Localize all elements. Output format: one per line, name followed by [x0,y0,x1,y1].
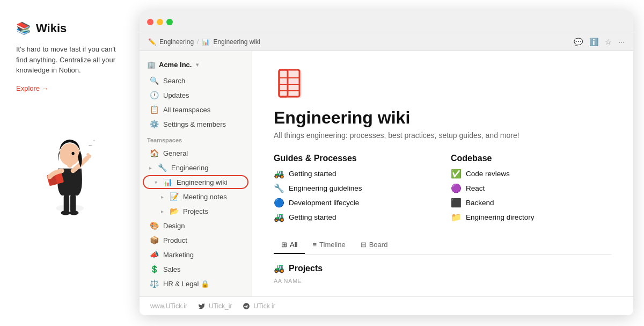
sidebar-item-projects[interactable]: ▸ 📂 Projects [142,204,250,218]
breadcrumb-item1: Engineering [159,38,194,46]
codebase-label-3: Backend [466,199,494,207]
left-panel: 📚 Wikis It's hard to move fast if you ca… [0,0,140,326]
sidebar-design-label: Design [163,222,185,230]
svg-rect-2 [70,194,76,213]
sidebar-item-settings[interactable]: ⚙️ Settings & members [142,117,250,131]
codebase-item-3[interactable]: ⬛ Backend [451,198,612,208]
guides-icon-1: 🚜 [274,169,284,179]
tab-board-label: Board [369,241,388,249]
content-columns: Guides & Processes 🚜 Getting started 🔧 E… [274,154,612,222]
page-area: Engineering wiki All things engineering:… [252,51,633,296]
general-icon: 🏠 [149,149,159,157]
codebase-item-4[interactable]: 📁 Engineering directory [451,212,612,222]
wikis-description: It's hard to move fast if you can't find… [16,44,123,76]
codebase-icon-2: 🟣 [451,183,462,193]
svg-point-12 [71,151,74,155]
codebase-icon-4: 📁 [451,212,462,222]
teamspaces-section-label: Teamspaces [140,132,252,146]
browser-dot-red [147,19,153,25]
sidebar-updates-label: Updates [163,91,189,99]
codebase-label-4: Engineering directory [466,213,535,221]
codebase-item-1[interactable]: ✅ Code reviews [451,169,612,179]
svg-point-3 [61,210,70,215]
svg-rect-1 [64,194,69,213]
sidebar-item-updates[interactable]: 🕐 Updates [142,88,250,102]
tab-timeline[interactable]: ≡ Timeline [305,236,353,254]
page-title: Engineering wiki [274,108,612,128]
codebase-item-2[interactable]: 🟣 React [451,183,612,193]
browser-dot-green [166,19,173,25]
engineering-chevron: ▸ [149,165,152,171]
projects-icon: 📂 [169,207,179,215]
sidebar-item-design[interactable]: 🎨 Design [142,219,250,233]
sales-icon: 💲 [149,265,159,273]
footer-website: www.UTick.ir [150,302,187,310]
breadcrumb-separator: / [197,38,199,46]
tab-all[interactable]: ⊞ All [274,236,305,254]
help-icon[interactable]: ℹ️ [589,38,598,46]
design-icon: 🎨 [149,221,159,230]
breadcrumb-icon2: 📊 [202,38,210,46]
sidebar-item-sales[interactable]: 💲 Sales [142,262,250,276]
tab-timeline-label: Timeline [319,241,346,249]
sidebar-product-label: Product [163,236,187,244]
guides-item-3[interactable]: 🔵 Development lifecycle [274,198,435,208]
page-icon-container [274,67,612,102]
wiki-icon: 📊 [163,178,172,186]
sidebar-workspace[interactable]: 🏢 Acme Inc. ▾ [140,56,252,73]
breadcrumb-item2: Engineering wiki [213,38,260,46]
sidebar-teamspaces-label: All teamspaces [163,106,210,114]
codebase-icon-1: ✅ [451,169,462,179]
sidebar-item-product[interactable]: 📦 Product [142,233,250,247]
tab-all-label: All [290,241,297,249]
more-icon[interactable]: ··· [618,38,625,46]
sidebar-item-engineering-wiki[interactable]: ▾ 📊 Engineering wiki [142,175,250,189]
tab-board-icon: ⊟ [361,241,367,249]
person-illustration: ~ * [35,117,105,224]
main-content: Engineering wiki All things engineering:… [252,51,633,296]
page-icon-svg [274,67,306,99]
sidebar-search-label: Search [163,77,185,85]
guides-label-4: Getting started [289,213,336,221]
sidebar-item-marketing[interactable]: 📣 Marketing [142,248,250,262]
sidebar: 🏢 Acme Inc. ▾ 🔍 Search 🕐 Updates 📋 All t… [140,51,252,296]
address-bar-actions: 💬 ℹ️ ☆ ··· [574,38,625,46]
footer-twitter: UTick_ir [198,302,232,310]
product-icon: 📦 [149,236,159,244]
sidebar-item-search[interactable]: 🔍 Search [142,74,250,88]
guides-item-1[interactable]: 🚜 Getting started [274,169,435,179]
footer-telegram-handle: UTick ir [253,302,275,310]
sidebar-sales-label: Sales [163,265,181,273]
guides-icon-3: 🔵 [274,198,284,208]
wikis-header: 📚 Wikis [16,21,123,35]
workspace-name: Acme Inc. [159,61,192,69]
footer-links: www.UTick.ir UTick_ir UTick ir [150,302,275,310]
sidebar-item-hr[interactable]: ⚖️ HR & Legal 🔒 [142,277,250,291]
projects-label: Projects [289,264,323,273]
star-icon[interactable]: ☆ [605,38,612,46]
svg-point-4 [69,210,78,215]
workspace-icon: 🏢 [147,61,156,69]
guides-item-2[interactable]: 🔧 Engineering guidelines [274,183,435,193]
search-icon: 🔍 [149,76,159,85]
guides-item-4[interactable]: 🚜 Getting started [274,212,435,222]
codebase-list: ✅ Code reviews 🟣 React ⬛ Backend [451,169,612,222]
wiki-chevron: ▾ [155,179,157,185]
comment-icon[interactable]: 💬 [574,38,583,46]
explore-link[interactable]: Explore → [16,84,123,92]
guides-label-1: Getting started [289,170,336,178]
sidebar-item-general[interactable]: 🏠 General [142,146,250,160]
hr-icon: ⚖️ [149,279,159,288]
sidebar-item-meeting-notes[interactable]: ▸ 📝 Meeting notes [142,190,250,204]
tab-all-icon: ⊞ [281,241,287,249]
sidebar-item-teamspaces[interactable]: 📋 All teamspaces [142,103,250,117]
guides-icon-2: 🔧 [274,183,284,193]
notes-chevron: ▸ [161,194,164,200]
guides-label-3: Development lifecycle [289,199,359,207]
sidebar-item-engineering[interactable]: ▸ 🔧 Engineering [142,161,250,175]
telegram-icon [243,302,250,310]
tab-board[interactable]: ⊟ Board [353,236,396,254]
tab-timeline-icon: ≡ [312,241,317,249]
illustration: ~ * [16,117,123,224]
codebase-label-2: React [466,184,485,192]
